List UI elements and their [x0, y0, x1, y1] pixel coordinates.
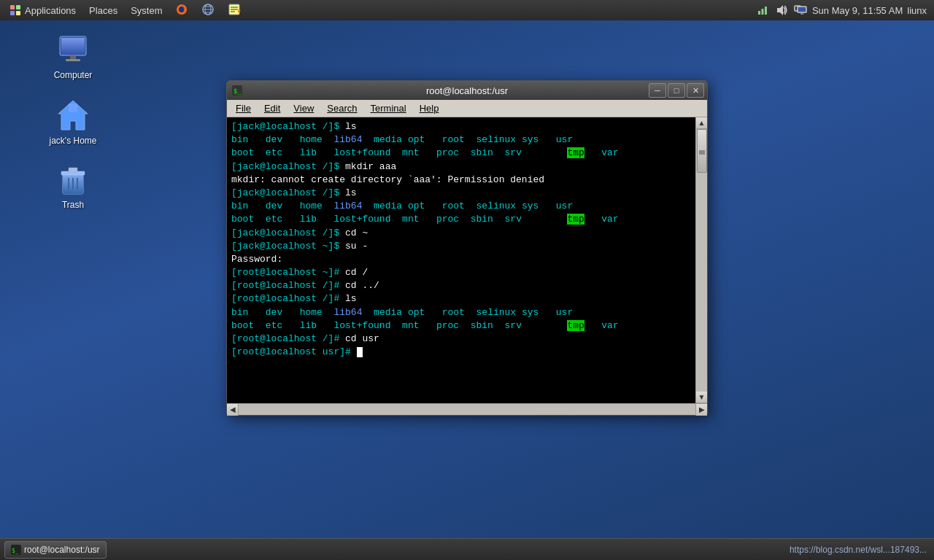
svg-rect-21: [798, 7, 806, 12]
scroll-track: [696, 129, 707, 392]
trash-icon-img: [55, 162, 90, 197]
taskbar-terminal-icon: $_: [11, 545, 21, 555]
firefox-icon: [175, 3, 188, 18]
network-icon: [201, 3, 215, 18]
firefox-icon-btn[interactable]: [169, 1, 194, 20]
notes-icon-btn[interactable]: [222, 1, 247, 20]
terminal-menubar: File Edit View Search Terminal Help: [227, 100, 707, 117]
top-panel: Applications Places System: [0, 0, 934, 20]
term-line-10: [jack@localhost ~]$ su -: [231, 240, 691, 253]
minimize-button[interactable]: ─: [649, 83, 666, 98]
term-line-9: [jack@localhost /]$ cd ~: [231, 227, 691, 240]
menu-view[interactable]: View: [287, 102, 320, 114]
term-line-11: Password:: [231, 253, 691, 266]
taskbar: $_ root@localhost:/usr https://blog.csdn…: [0, 538, 934, 560]
term-line-8: boot etc lib lost+found mnt proc sbin sr…: [231, 213, 691, 226]
trash-label: Trash: [62, 200, 84, 210]
term-line-2: bin dev home lib64 media opt root selinu…: [231, 133, 691, 147]
menu-help[interactable]: Help: [414, 102, 445, 114]
svg-rect-0: [10, 5, 15, 9]
menu-edit[interactable]: Edit: [258, 102, 286, 114]
svg-rect-29: [69, 104, 77, 112]
computer-desktop-icon[interactable]: Computer: [40, 29, 106, 83]
menu-file[interactable]: File: [230, 102, 257, 114]
home-desktop-icon[interactable]: jack's Home: [40, 95, 106, 149]
terminal-body: [jack@localhost /]$ ls bin dev home lib6…: [227, 117, 707, 403]
system-label: System: [131, 5, 162, 16]
svg-rect-2: [10, 11, 15, 15]
scroll-up-button[interactable]: ▲: [696, 117, 707, 129]
maximize-button[interactable]: □: [668, 83, 685, 98]
computer-icon-img: [55, 32, 90, 67]
term-line-16: boot etc lib lost+found mnt proc sbin sr…: [231, 319, 691, 332]
term-line-13: [root@localhost /]# cd ../: [231, 279, 691, 292]
terminal-content[interactable]: [jack@localhost /]$ ls bin dev home lib6…: [227, 117, 695, 403]
taskbar-url-text: https://blog.csdn.net/wsl...187493...: [790, 545, 927, 555]
notes-icon: [228, 3, 241, 18]
svg-text:$_: $_: [234, 88, 242, 95]
taskbar-url: https://blog.csdn.net/wsl...187493...: [790, 545, 934, 555]
menu-terminal[interactable]: Terminal: [365, 102, 412, 114]
term-line-1: [jack@localhost /]$ ls: [231, 120, 691, 133]
top-panel-left: Applications Places System: [0, 1, 247, 20]
term-line-18: [root@localhost usr]#: [231, 346, 691, 359]
taskbar-terminal-item[interactable]: $_ root@localhost:/usr: [4, 541, 107, 559]
term-line-4: [jack@localhost /]$ mkdir aaa: [231, 160, 691, 174]
terminal-titlebar: $_ root@localhost:/usr ─ □ ✕: [227, 81, 707, 100]
terminal-title-icon: $_: [230, 83, 244, 98]
term-line-12: [root@localhost ~]# cd /: [231, 266, 691, 279]
term-line-6: [jack@localhost /]$ ls: [231, 187, 691, 200]
terminal-window: $_ root@localhost:/usr ─ □ ✕ File Edit V…: [226, 80, 708, 416]
hscroll-right-button[interactable]: ▶: [695, 404, 707, 416]
top-panel-right: Sun May 9, 11:55 AM liunx: [755, 3, 934, 18]
system-menu[interactable]: System: [125, 4, 168, 18]
hscroll-track: [239, 404, 695, 415]
home-icon-img: [55, 98, 90, 133]
applications-menu[interactable]: Applications: [3, 2, 82, 18]
svg-rect-1: [16, 5, 20, 9]
svg-marker-19: [777, 5, 783, 15]
computer-label: Computer: [54, 70, 93, 80]
term-line-14: [root@localhost /]# ls: [231, 292, 691, 306]
svg-rect-17: [761, 9, 763, 15]
terminal-hscrollbar[interactable]: ◀ ▶: [227, 403, 707, 415]
datetime-label: Sun May 9, 11:55 AM: [812, 5, 903, 16]
svg-rect-18: [765, 7, 767, 15]
terminal-scrollbar[interactable]: ▲ ▼: [695, 117, 707, 403]
close-button[interactable]: ✕: [687, 83, 704, 98]
trash-desktop-icon[interactable]: Trash: [40, 159, 106, 213]
tray-network-icon[interactable]: [755, 3, 770, 18]
places-menu[interactable]: Places: [83, 4, 123, 18]
menu-search[interactable]: Search: [321, 102, 363, 114]
volume-icon[interactable]: [774, 3, 789, 18]
svg-rect-27: [66, 59, 80, 61]
svg-text:$_: $_: [12, 548, 19, 554]
term-line-5: mkdir: cannot create directory `aaa': Pe…: [231, 174, 691, 187]
network-icon-btn[interactable]: [196, 1, 220, 20]
home-label: jack's Home: [50, 136, 97, 146]
svg-rect-33: [69, 168, 77, 172]
applications-label: Applications: [25, 5, 76, 16]
term-line-7: bin dev home lib64 media opt root selinu…: [231, 200, 691, 213]
svg-rect-3: [16, 11, 20, 15]
svg-rect-25: [61, 38, 85, 54]
applications-icon: [9, 4, 22, 17]
term-line-17: [root@localhost /]# cd usr: [231, 332, 691, 346]
taskbar-item-label: root@localhost:/usr: [24, 545, 100, 555]
terminal-cursor: [357, 347, 363, 357]
places-label: Places: [89, 5, 117, 16]
scroll-grip: [699, 150, 705, 152]
terminal-title: root@localhost:/usr: [426, 85, 508, 96]
term-line-15: bin dev home lib64 media opt root selinu…: [231, 306, 691, 319]
scroll-thumb[interactable]: [697, 129, 707, 173]
display-icon[interactable]: [793, 3, 808, 18]
svg-rect-16: [758, 11, 760, 15]
scroll-down-button[interactable]: ▼: [696, 392, 707, 403]
username-label: liunx: [907, 5, 927, 16]
svg-rect-26: [70, 55, 76, 59]
hscroll-left-button[interactable]: ◀: [227, 404, 239, 416]
term-line-3: boot etc lib lost+found mnt proc sbin sr…: [231, 147, 691, 160]
terminal-controls: ─ □ ✕: [649, 83, 707, 98]
